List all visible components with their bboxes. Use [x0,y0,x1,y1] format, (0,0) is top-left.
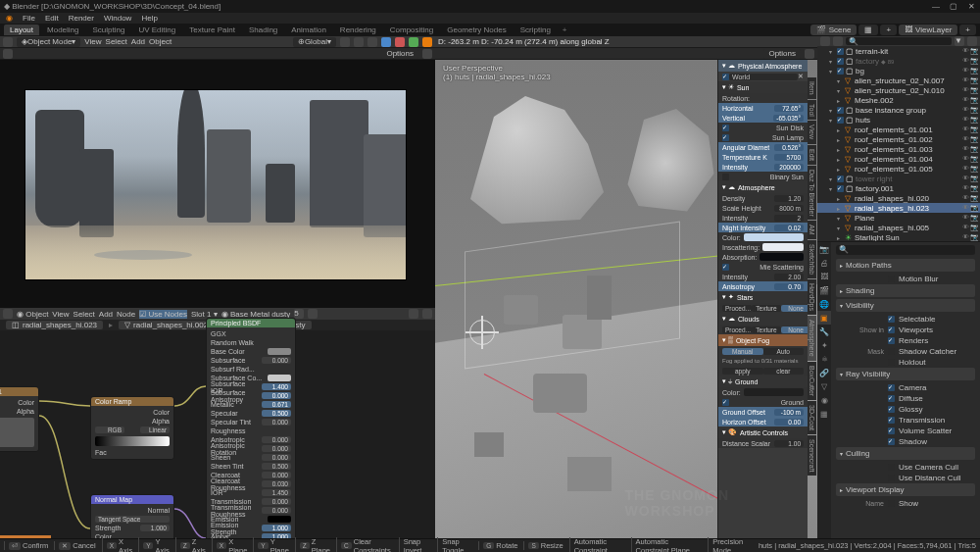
props-section-header[interactable]: ▸Shading [836,284,975,297]
world-checkbox[interactable] [722,74,729,80]
npanel-row[interactable]: Intensity2.00 [718,272,808,281]
viewport-3d[interactable]: User Perspective (1) huts | radial_shape… [435,60,817,548]
npanel-row[interactable]: Intensity2 [718,213,808,223]
gizmo-translate-icon[interactable] [381,37,391,47]
outliner-row[interactable]: ▾ ▽ alien_structure_02_N.007 👁📷 [817,75,980,85]
sec-atmo-header[interactable]: ▾ ☁ Atmosphere [718,181,808,193]
crumb-object[interactable]: ◫ radial_shapes_hi.023 [6,321,103,329]
sec-stars-header[interactable]: ▾ ✦ Stars [718,291,808,303]
props-checkbox-row[interactable]: Use Distance Cull [836,473,975,483]
scene-selector[interactable]: 🎬 Scene [810,25,858,35]
outliner-row[interactable]: ▸ ☀ Starlight Sun 👁📷 [817,232,980,242]
toolbar-toggle-icon[interactable] [3,49,13,59]
hide-render-icon[interactable]: 📷 [970,76,978,84]
outliner-row[interactable]: ▾ ▢ terrain-kit 👁📷 [817,46,980,56]
editor-type-icon[interactable] [3,37,13,47]
npanel-tab[interactable]: Sketchfab [808,240,816,278]
hide-viewport-icon[interactable]: 👁 [961,57,969,65]
node-socket[interactable]: Anisotropic Rotation0.000 [211,444,291,453]
npanel-row[interactable]: Sun Disk [718,123,808,132]
collection-checkbox[interactable] [837,48,844,55]
outliner-search[interactable]: 🔍 [846,37,952,45]
hide-render-icon[interactable]: 📷 [970,57,978,65]
tab-object-icon[interactable]: ▣ [817,311,831,325]
hide-render-icon[interactable]: 📷 [970,233,978,241]
pivot-icon[interactable] [340,37,350,47]
npanel-row[interactable]: Absorption: [718,252,808,262]
hide-viewport-icon[interactable]: 👁 [961,47,969,55]
menu-window[interactable]: Window [104,14,131,23]
node-socket[interactable]: Subsurf Rad... [211,365,291,374]
hide-render-icon[interactable]: 📷 [970,145,978,153]
proportional-icon[interactable] [368,37,377,47]
npanel-row[interactable]: Mie Scattering [718,262,808,272]
vp-menu-object[interactable]: Object [149,37,172,46]
npanel-row[interactable]: Color: [718,387,808,397]
props-checkbox-row[interactable]: MaskShadow Catcher [836,346,975,357]
hide-viewport-icon[interactable]: 👁 [961,135,969,143]
scene-new-icon[interactable]: + [880,25,897,35]
props-checkbox-row[interactable]: Show inViewports [836,325,975,335]
shader-type-selector[interactable]: ◉ Object [17,310,48,319]
npanel-title[interactable]: ▾ ☁ Physical Atmosphere [718,60,808,72]
props-section-header[interactable]: ▾Culling [836,447,975,460]
editor-type-icon[interactable] [3,309,13,319]
vp-menu-add[interactable]: Add [131,37,145,46]
hide-render-icon[interactable]: 📷 [970,204,978,212]
world-selector[interactable]: World [729,74,798,80]
hide-render-icon[interactable]: 📷 [970,155,978,163]
outliner-row[interactable]: ▾ ▢ tower right 👁📷 [817,174,980,183]
tab-texture-icon[interactable]: ▦ [817,407,831,421]
sec-clouds-header[interactable]: ▾ ☁ Clouds [718,313,808,325]
gizmo-rotate-icon[interactable] [395,37,405,47]
npanel-tab[interactable]: 3D-Coat [808,401,816,434]
outliner-row[interactable]: ▾ ▽ Plane 👁📷 [817,213,980,223]
props-section-header[interactable]: ▸Motion Paths [836,259,975,272]
hide-render-icon[interactable]: 📷 [970,67,978,75]
tab-shading[interactable]: Shading [243,25,283,35]
npanel-row[interactable]: applyclear [718,366,808,376]
maximize-button[interactable]: ▢ [949,2,958,12]
props-checkbox-row[interactable]: Glossy [836,404,975,415]
npanel-row[interactable]: Horizon Offset0.00 [718,417,808,427]
hide-viewport-icon[interactable]: 👁 [961,175,969,182]
tab-geonodes[interactable]: Geometry Nodes [441,25,512,35]
collection-checkbox[interactable] [837,58,844,65]
hide-viewport-icon[interactable]: 👁 [961,184,969,192]
options-dropdown-mid[interactable]: Options [763,49,801,59]
hide-render-icon[interactable]: 📷 [970,194,978,202]
tab-constraint-icon[interactable]: 🔗 [817,366,831,379]
minimize-button[interactable]: — [931,2,941,12]
tab-uv[interactable]: UV Editing [132,25,181,35]
npanel-tab[interactable]: Scenecraft [808,435,816,476]
collection-checkbox[interactable] [837,176,844,182]
hide-viewport-icon[interactable]: 👁 [961,67,969,75]
npanel-row[interactable]: Scale Height8000 m [718,203,808,213]
sec-ground-header[interactable]: ▾ ⏚ Ground [718,376,808,387]
hide-render-icon[interactable]: 📷 [970,135,978,143]
sec-fog-header[interactable]: ▾ ▒ Object Fog [718,334,808,346]
gizmo-scale-icon[interactable] [409,37,418,47]
add-workspace-button[interactable]: + [559,25,571,34]
node-socket[interactable]: Specular0.500 [211,409,291,418]
hide-viewport-icon[interactable]: 👁 [961,214,969,222]
props-search[interactable]: 🔍 [836,245,975,255]
orientation-selector[interactable]: ⊕ Global ▾ [293,37,336,47]
npanel-row[interactable]: Density1.20 [718,193,808,203]
npanel-row[interactable]: Inscattering: [718,242,808,252]
tab-particle-icon[interactable]: ✦ [817,338,831,352]
editor-type-icon[interactable] [820,36,830,46]
node-principled-bsdf[interactable]: Principled BSDF GGXRandom WalkBase Color… [206,318,296,548]
hide-render-icon[interactable]: 📷 [970,184,978,192]
node-socket[interactable]: Roughness [211,427,291,435]
hide-viewport-icon[interactable]: 👁 [961,116,969,124]
use-nodes-toggle[interactable]: ☑ Use Nodes [139,310,187,319]
props-checkbox-row[interactable]: Transmission [836,415,975,426]
props-section-header[interactable]: ▸Viewport Display [836,483,975,496]
hide-viewport-icon[interactable]: 👁 [961,125,969,133]
props-checkbox-row[interactable]: Renders [836,335,975,346]
tab-modeling[interactable]: Modeling [41,25,84,35]
npanel-tab[interactable]: View [808,121,816,143]
sec-sun-header[interactable]: ▾ ☀ Sun [718,81,808,93]
unlink-icon[interactable]: ✕ [798,73,804,80]
